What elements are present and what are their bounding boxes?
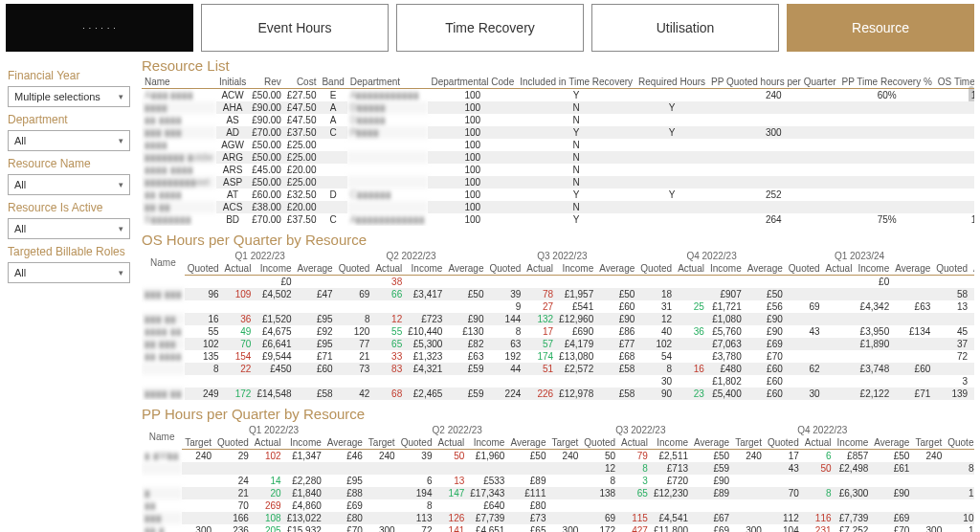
chevron-down-icon: ▾ — [119, 92, 123, 101]
table-row[interactable]: ▮ ▮W▮▮24029102£1,347£462403950£1,960£502… — [142, 450, 974, 463]
table-row[interactable]: ▮▮▮▮▮▮▮ ▮oldieARG£50.00£25.00100N — [142, 151, 974, 164]
table-row[interactable]: ▮▮ ▮▮ACS£38.00£20.00100N — [142, 201, 974, 213]
table-row[interactable]: ▮▮ ▮▮▮▮135154£9,544£712133£1,323£6319217… — [142, 350, 974, 363]
tab-time-recovery[interactable]: Time Recovery — [396, 4, 584, 52]
chevron-down-icon: ▾ — [119, 268, 123, 277]
filter-label: Financial Year — [8, 69, 132, 82]
table-row[interactable]: A▮▮▮ ▮▮▮▮ACW£50.00£27.50EA▮▮▮▮▮▮▮▮▮▮▮100… — [142, 89, 974, 102]
table-row[interactable]: ▮▮▮ ▮▮1636£1,520£95812£723£90144132£12,9… — [142, 313, 974, 325]
table-row[interactable]: 2414£2,280£95613£533£8983£720£90 — [142, 475, 974, 487]
table-row[interactable]: ▮▮▮▮▮▮▮▮▮eetASP£50.00£25.00100N — [142, 176, 974, 188]
filter-select[interactable]: All▾ — [8, 262, 130, 283]
filter-label: Department — [8, 113, 132, 126]
table-row[interactable]: £038£0 — [142, 276, 974, 289]
filter-select[interactable]: All▾ — [8, 218, 130, 239]
table-row[interactable]: ▮▮ ▮300236205£15,932£7030072141£4,651£65… — [142, 524, 974, 532]
table-row[interactable]: ▮▮▮▮ ▮▮249172£14,548£584268£2,465£592242… — [142, 388, 974, 400]
table-row[interactable]: ▮▮▮▮ ▮▮▮▮ARS£45.00£20.00100N — [142, 164, 974, 176]
table-row[interactable]: 30£1,802£603£201 — [142, 375, 974, 388]
os-hours-table: NameQ1 2022/23Q2 2022/23Q3 2022/23Q4 202… — [142, 250, 974, 400]
chevron-down-icon: ▾ — [119, 180, 123, 189]
table-row[interactable]: ▮▮▮166108£13,022£80113126£7,739£7369115£… — [142, 512, 974, 524]
table-row[interactable]: ▮▮ ▮▮▮▮AT£60.00£32.50DC▮▮▮▮▮▮100YY252 — [142, 188, 974, 201]
resource-list-title: Resource List — [142, 57, 974, 74]
logo: · · · · · · — [6, 4, 193, 52]
chevron-down-icon: ▾ — [119, 224, 123, 233]
table-row[interactable]: ▮▮▮▮AGW£50.00£25.00100N — [142, 139, 974, 151]
table-row[interactable]: 927£541£603125£1,721£5669£4,342£6313£829 — [142, 300, 974, 313]
chevron-down-icon: ▾ — [119, 136, 123, 145]
table-row[interactable]: ▮▮▮▮AHA£90.00£47.50AD▮▮▮▮▮100NY — [142, 101, 974, 114]
table-row[interactable]: ▮2120£1,840£88194147£17,343£11113865£12,… — [142, 487, 974, 499]
pp-hours-table: NameQ1 2022/23Q2 2022/23Q3 2022/23Q4 202… — [142, 424, 974, 532]
table-row[interactable]: ▮▮70269£4,860£698£640£80 — [142, 499, 974, 512]
filter-select[interactable]: All▾ — [8, 174, 130, 195]
table-row[interactable]: ▮▮ ▮▮▮10270£6,641£957765£5,300£826357£4,… — [142, 338, 974, 350]
pp-hours-title: PP Hours per Quarter by Resource — [142, 406, 974, 422]
table-row[interactable]: 822£450£607383£4,321£594451£2,572£58816£… — [142, 363, 974, 375]
table-row[interactable]: ▮▮▮ ▮▮▮AD£70.00£37.50CP▮▮▮▮100YY300 — [142, 126, 974, 139]
table-row[interactable]: ▮▮▮ ▮▮▮96109£4,502£476966£3,417£503978£1… — [142, 288, 974, 300]
filter-label: Resource Name — [8, 157, 132, 170]
filter-select[interactable]: All▾ — [8, 130, 130, 151]
tab-resource[interactable]: Resource — [787, 4, 974, 52]
table-row[interactable]: ▮▮ ▮▮▮▮AS£90.00£47.50AD▮▮▮▮▮100N — [142, 114, 974, 126]
filter-panel: Financial YearMultiple selections▾Depart… — [0, 55, 140, 532]
resource-list-table: NameInitialsRevCostBandDepartmentDepartm… — [142, 76, 974, 226]
table-row[interactable]: B▮▮▮▮▮▮▮BD£70.00£37.50CA▮▮▮▮▮▮▮▮▮▮▮▮100Y… — [142, 213, 974, 226]
tab-event-hours[interactable]: Event Hours — [201, 4, 389, 52]
filter-label: Resource Is Active — [8, 201, 132, 214]
table-row[interactable]: 128£713£594350£2,498£618460£5,86 — [142, 462, 974, 475]
filter-label: Targeted Billable Roles — [8, 245, 132, 258]
filter-select[interactable]: Multiple selections▾ — [8, 86, 130, 107]
os-hours-title: OS Hours per Quarter by Resource — [142, 232, 974, 248]
tab-utilisation[interactable]: Utilisation — [591, 4, 779, 52]
table-row[interactable]: ▮▮▮▮ ▮▮5549£4,675£9212055£10,440£130817£… — [142, 325, 974, 338]
